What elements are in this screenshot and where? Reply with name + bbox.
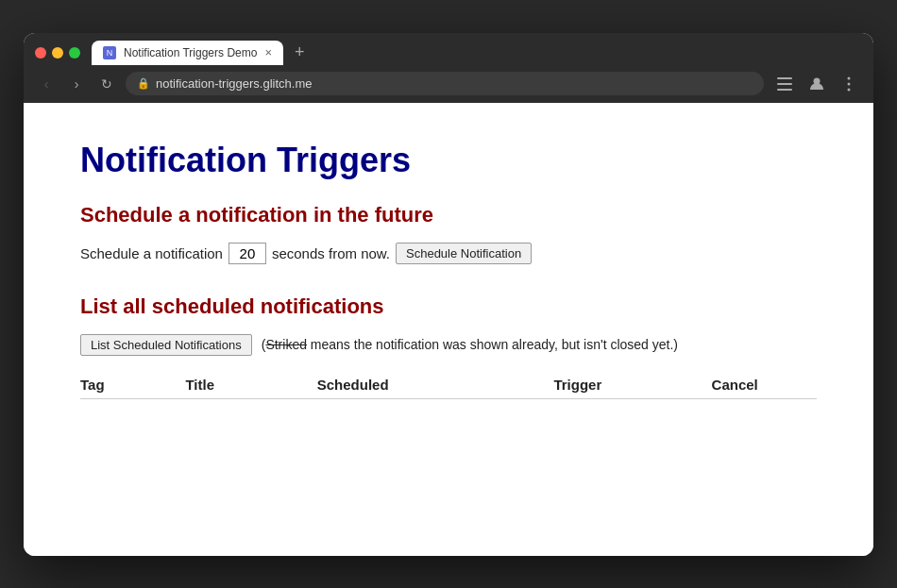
browser-chrome: N Notification Triggers Demo × + ‹ › ↻ 🔒… (24, 33, 873, 103)
tab-close-button[interactable]: × (264, 46, 272, 59)
maximize-window-button[interactable] (69, 47, 80, 59)
url-text: notification-triggers.glitch.me (156, 76, 312, 91)
window-controls (35, 47, 80, 59)
url-bar[interactable]: 🔒 notification-triggers.glitch.me (126, 72, 764, 95)
svg-point-4 (848, 76, 851, 79)
schedule-label-before: Schedule a notification (80, 245, 223, 261)
browser-menu-icon[interactable] (771, 71, 798, 97)
note-text: (Striked means the notification was show… (262, 337, 678, 352)
note-suffix: means the notification was shown already… (307, 337, 678, 352)
close-window-button[interactable] (35, 47, 46, 59)
list-scheduled-notifications-button[interactable]: List Scheduled Notifications (80, 334, 252, 356)
schedule-label-after: seconds from now. (272, 245, 390, 261)
svg-point-6 (848, 88, 851, 91)
more-options-icon[interactable] (836, 71, 862, 97)
col-cancel-header: Cancel (712, 371, 817, 399)
schedule-notification-button[interactable]: Schedule Notification (396, 243, 532, 264)
schedule-section-heading: Schedule a notification in the future (80, 203, 817, 227)
svg-rect-1 (777, 83, 792, 85)
tab-favicon: N (103, 46, 116, 59)
toolbar-icons (771, 71, 862, 97)
page-content: Notification Triggers Schedule a notific… (24, 103, 873, 556)
table-header: Tag Title Scheduled Trigger Cancel (80, 371, 817, 399)
svg-rect-2 (777, 89, 792, 91)
reload-button[interactable]: ↻ (95, 73, 118, 95)
seconds-input[interactable] (228, 243, 266, 264)
table-header-row: Tag Title Scheduled Trigger Cancel (80, 371, 817, 399)
lock-icon: 🔒 (137, 77, 150, 90)
back-button[interactable]: ‹ (35, 73, 58, 95)
svg-point-5 (848, 82, 851, 85)
profile-icon[interactable] (804, 71, 830, 97)
active-tab[interactable]: N Notification Triggers Demo × (92, 41, 283, 65)
browser-window: N Notification Triggers Demo × + ‹ › ↻ 🔒… (24, 33, 873, 556)
list-section: List all scheduled notifications List Sc… (80, 294, 817, 399)
minimize-window-button[interactable] (52, 47, 63, 59)
schedule-row: Schedule a notification seconds from now… (80, 243, 817, 264)
striked-text: Striked (265, 337, 307, 352)
col-title-header: Title (185, 371, 316, 399)
address-bar: ‹ › ↻ 🔒 notification-triggers.glitch.me (24, 65, 873, 103)
list-row: List Scheduled Notifications (Striked me… (80, 334, 817, 356)
forward-button[interactable]: › (65, 73, 88, 95)
notifications-table: Tag Title Scheduled Trigger Cancel (80, 371, 817, 399)
tab-title: Notification Triggers Demo (124, 46, 257, 59)
svg-rect-0 (777, 77, 792, 79)
tab-bar: N Notification Triggers Demo × + (24, 33, 873, 65)
new-tab-button[interactable]: + (289, 41, 311, 64)
col-scheduled-header: Scheduled (317, 371, 554, 399)
col-tag-header: Tag (80, 371, 185, 399)
page-title: Notification Triggers (80, 141, 817, 180)
col-trigger-header: Trigger (553, 371, 711, 399)
list-section-heading: List all scheduled notifications (80, 294, 817, 319)
